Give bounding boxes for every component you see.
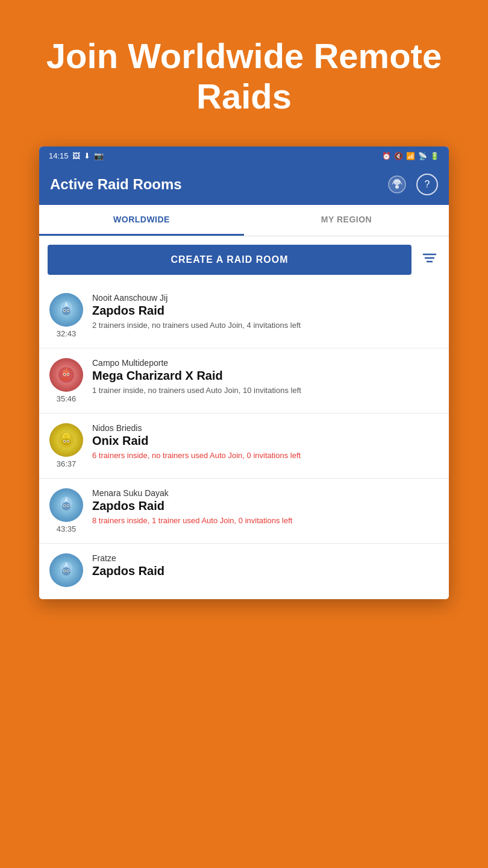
svg-point-35 <box>64 505 65 506</box>
status-left: 14:15 🖼 ⬇ 📷 <box>49 151 104 160</box>
raid-location: Nidos Briedis <box>92 423 439 433</box>
app-bar-icons: ? <box>386 174 438 195</box>
svg-point-43 <box>64 570 65 571</box>
tab-my-region[interactable]: MY REGION <box>244 205 449 236</box>
status-bar: 14:15 🖼 ⬇ 📷 ⏰ 🔇 📶 📡 🔋 <box>39 146 449 165</box>
raid-location: Menara Suku Dayak <box>92 488 439 498</box>
raid-info: Fratze Zapdos Raid <box>92 553 439 580</box>
raid-item[interactable]: 36:37 Nidos Briedis Onix Raid 6 trainers… <box>39 414 449 479</box>
tab-worldwide[interactable]: WORLDWIDE <box>39 205 244 236</box>
raid-location: Campo Multideporte <box>92 358 439 368</box>
create-raid-room-button[interactable]: CREATE A RAID ROOM <box>48 245 411 275</box>
svg-point-13 <box>67 310 69 311</box>
svg-point-32 <box>62 502 70 511</box>
wifi-icon: 📶 <box>406 152 415 160</box>
app-bar: Active Raid Rooms ? <box>39 165 449 205</box>
raid-item[interactable]: 43:35 Menara Suku Dayak Zapdos Raid 8 tr… <box>39 479 449 544</box>
phone-frame: 14:15 🖼 ⬇ 📷 ⏰ 🔇 📶 📡 🔋 Active Raid Rooms <box>39 146 449 599</box>
raid-icon-wrap: 35:46 <box>49 358 84 403</box>
raid-timer: 35:46 <box>57 394 77 403</box>
raid-status: 6 trainers inside, no trainers used Auto… <box>92 450 439 461</box>
raid-status: 1 trainer inside, no trainers used Auto … <box>92 385 439 396</box>
svg-point-40 <box>62 567 70 576</box>
svg-point-2 <box>395 185 399 189</box>
filter-icon[interactable] <box>419 247 440 272</box>
raid-icon-wrap: 32:43 <box>49 293 84 338</box>
raid-item[interactable]: 32:43 Nooit Aanschouw Jij Zapdos Raid 2 … <box>39 283 449 348</box>
zapdos-icon <box>49 293 83 327</box>
raid-info: Campo Multideporte Mega Charizard X Raid… <box>92 358 439 396</box>
mute-icon: 🔇 <box>394 152 403 160</box>
svg-point-36 <box>67 505 69 506</box>
svg-point-27 <box>64 441 65 442</box>
raid-timer: 43:35 <box>57 524 77 533</box>
svg-point-9 <box>62 307 70 315</box>
raid-timer: 32:43 <box>57 329 77 338</box>
raid-name: Onix Raid <box>92 434 439 448</box>
image-icon: 🖼 <box>72 151 80 160</box>
raid-info: Nooit Aanschouw Jij Zapdos Raid 2 traine… <box>92 293 439 331</box>
content-area: CREATE A RAID ROOM <box>39 236 449 599</box>
raid-icon-wrap: 43:35 <box>49 488 84 533</box>
svg-point-18 <box>64 374 65 375</box>
status-right: ⏰ 🔇 📶 📡 🔋 <box>382 152 439 160</box>
raid-location: Fratze <box>92 553 439 563</box>
download-icon: ⬇ <box>84 151 90 160</box>
help-icon-label: ? <box>425 179 430 190</box>
help-icon[interactable]: ? <box>416 174 438 195</box>
camera-icon: 📷 <box>94 151 104 160</box>
raid-name: Mega Charizard X Raid <box>92 369 439 383</box>
signal-icon: 📡 <box>418 152 427 160</box>
raid-location: Nooit Aanschouw Jij <box>92 293 439 303</box>
hero-title: Join Worldwide Remote Raids <box>0 0 488 146</box>
pokemon-icon[interactable] <box>386 174 408 195</box>
raid-item[interactable]: 35:46 Campo Multideporte Mega Charizard … <box>39 348 449 414</box>
raid-status: 8 trainers inside, 1 trainer used Auto J… <box>92 515 439 526</box>
status-time: 14:15 <box>49 151 69 160</box>
raid-name: Zapdos Raid <box>92 564 439 578</box>
raid-name: Zapdos Raid <box>92 304 439 318</box>
raid-timer: 36:37 <box>57 459 77 468</box>
raid-name: Zapdos Raid <box>92 499 439 513</box>
zapdos2-icon <box>49 488 83 522</box>
battery-icon: 🔋 <box>430 152 439 160</box>
app-bar-title: Active Raid Rooms <box>50 176 182 193</box>
svg-point-24 <box>61 438 71 445</box>
svg-point-19 <box>67 374 69 375</box>
raid-info: Nidos Briedis Onix Raid 6 trainers insid… <box>92 423 439 461</box>
svg-point-1 <box>393 179 401 185</box>
svg-point-23 <box>64 434 69 439</box>
alarm-icon: ⏰ <box>382 152 391 160</box>
onix-icon <box>49 423 83 457</box>
raid-icon-wrap: 36:37 <box>49 423 84 468</box>
tabs: WORLDWIDE MY REGION <box>39 205 449 236</box>
raid-status: 2 trainers inside, no trainers used Auto… <box>92 320 439 331</box>
raid-info: Menara Suku Dayak Zapdos Raid 8 trainers… <box>92 488 439 526</box>
svg-point-44 <box>67 570 69 571</box>
charizard-icon <box>49 358 83 392</box>
svg-point-28 <box>67 441 69 442</box>
svg-point-12 <box>64 310 65 311</box>
raid-item[interactable]: Fratze Zapdos Raid <box>39 544 449 599</box>
raid-list: 32:43 Nooit Aanschouw Jij Zapdos Raid 2 … <box>39 283 449 599</box>
zapdos3-icon <box>49 553 83 587</box>
raid-icon-wrap <box>49 553 84 590</box>
create-row: CREATE A RAID ROOM <box>39 236 449 283</box>
